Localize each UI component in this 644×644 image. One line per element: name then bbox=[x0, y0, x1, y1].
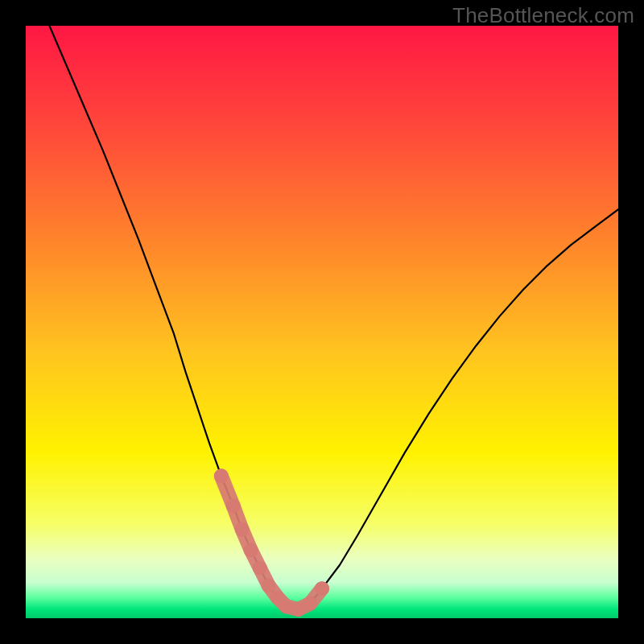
marker-dot bbox=[244, 543, 258, 557]
chart-frame: TheBottleneck.com bbox=[0, 0, 644, 644]
plot-area bbox=[26, 26, 618, 618]
marker-dot bbox=[315, 581, 329, 596]
marker-dot bbox=[214, 469, 229, 483]
marker-dot bbox=[253, 560, 267, 575]
marker-dot bbox=[226, 498, 241, 513]
marker-dot bbox=[235, 522, 250, 537]
marker-dot bbox=[303, 597, 317, 611]
chart-svg bbox=[26, 26, 618, 618]
gradient-background bbox=[26, 26, 618, 618]
watermark-text: TheBottleneck.com bbox=[452, 3, 634, 28]
marker-dot bbox=[262, 579, 276, 593]
